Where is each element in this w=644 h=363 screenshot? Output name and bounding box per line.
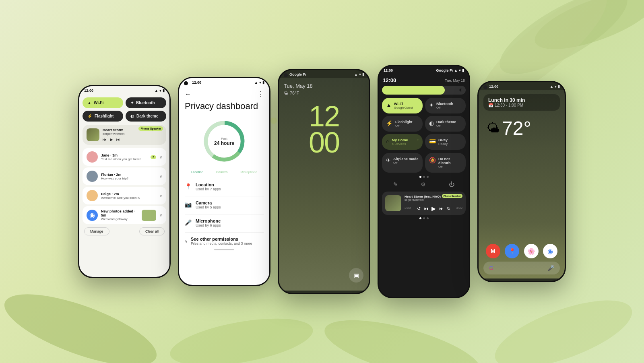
settings-icon[interactable]: ⚙ — [421, 181, 426, 188]
event-time: 📅 12:30 - 1:00 PM — [488, 103, 555, 107]
qs-tile-grid: ▲ Wi-Fi GoogleGuest ✦ Bluetooth Off ⚡ — [382, 98, 466, 150]
next-icon4[interactable]: ⏭ — [439, 206, 444, 211]
battery-icon: ▮ — [262, 80, 264, 85]
qs-home[interactable]: ⌂ My Home 6 Devices › — [382, 134, 423, 150]
phone1-notif-list: Jane · 3m Text me when you get here! 2 ∨… — [83, 148, 166, 224]
phone1-status-bar: 12:00 ▲ ▾ ▮ — [79, 86, 169, 94]
phone3-status-icons: ▲ ▾ ▮ — [354, 72, 364, 76]
phone3-lock-screen: Tue, May 18 🌤 76°F 12 00 ▣ — [279, 78, 369, 291]
tile-dark-label: Dark theme — [136, 114, 158, 118]
notif-paige-chevron[interactable]: ∨ — [159, 194, 162, 198]
qs-top-bar: 12:00 Tue, May 18 — [382, 77, 466, 83]
home-event-card[interactable]: Lunch in 30 min 📅 12:30 - 1:00 PM — [483, 94, 560, 111]
perm-microphone[interactable]: 🎤 Microphone Used by 6 apps — [185, 214, 264, 227]
qs-bottom-tiles: ✈ Airplane mode Off 🔕 Do not disturb Off — [382, 153, 466, 173]
perm-camera[interactable]: 📷 Camera Used by 5 apps — [185, 196, 264, 209]
carrier-icon4: Google Fi — [436, 68, 453, 72]
power-icon[interactable]: ⏻ — [449, 181, 454, 188]
donut-label: Past — [214, 137, 234, 140]
qs-bt-icon: ✦ — [429, 102, 434, 108]
forward-icon[interactable]: ↻ — [447, 206, 450, 211]
qs-wifi[interactable]: ▲ Wi-Fi GoogleGuest — [382, 98, 423, 113]
brightness-slider[interactable]: ☀ — [382, 86, 466, 95]
qs-airplane[interactable]: ✈ Airplane mode Off — [382, 153, 423, 173]
notif-photos-chevron[interactable]: ∨ — [159, 213, 162, 217]
notif-florian[interactable]: Florian · 2m How was your trip? ∨ — [83, 167, 166, 185]
tile-dark-theme[interactable]: ◐ Dark theme — [126, 111, 166, 122]
edit-icon[interactable]: ✎ — [393, 181, 398, 188]
play-icon4[interactable]: ▶ — [431, 205, 436, 212]
notif-photos-content: New photos added · 5m Weekend getaway — [101, 209, 138, 221]
prev-icon[interactable]: ⏮ — [103, 137, 107, 142]
lock-weather: 🌤 76°F — [284, 91, 299, 95]
notif-florian-chevron[interactable]: ∨ — [159, 174, 162, 179]
media-dot-2 — [423, 217, 425, 219]
google-g-logo: G — [489, 265, 493, 271]
lock-time: 12 00 — [309, 103, 339, 156]
gmail-icon: M — [491, 248, 495, 254]
qs-bluetooth[interactable]: ✦ Bluetooth Off — [425, 98, 466, 113]
see-other-permissions[interactable]: ∨ See other permissions Files and media,… — [185, 232, 264, 245]
qs-dnd[interactable]: 🔕 Do not disturb Off — [425, 153, 466, 173]
calendar-icon: 📅 — [488, 103, 493, 107]
home-search-bar[interactable]: G 🎤 — [483, 262, 560, 274]
notif-jane-chevron[interactable]: ∨ — [159, 155, 162, 159]
mic-icon[interactable]: 🎤 — [547, 265, 554, 271]
avatar-florian — [87, 171, 98, 182]
donut-center: Past 24 hours — [214, 137, 234, 146]
phone4-time: 12:00 — [384, 68, 393, 72]
more-button[interactable]: ⋮ — [257, 90, 264, 98]
weather-widget[interactable]: 🌤 72° — [483, 114, 560, 142]
privacy-title: Privacy dashboard — [185, 101, 264, 111]
bluetooth-icon: ✦ — [130, 101, 134, 105]
qs-airplane-name: Airplane mode — [393, 157, 419, 161]
qs-gpay[interactable]: 💳 GPay Ready — [425, 134, 466, 150]
maps-icon: 📍 — [509, 248, 516, 254]
phone-2-privacy: 12:00 ▲ ▾ ▮ ← ⋮ Privacy dashboard — [178, 77, 270, 286]
lock-nav-button[interactable]: ▣ — [349, 268, 363, 283]
tile-wifi[interactable]: ▲ Wi-Fi — [83, 97, 123, 108]
qs-flashlight[interactable]: ⚡ Flashlight Off — [382, 116, 423, 132]
perm-camera-info: Camera Used by 5 apps — [196, 200, 264, 209]
back-button[interactable]: ← — [185, 91, 191, 98]
moon-icon: ◐ — [130, 114, 134, 118]
notif-photos[interactable]: ◉ New photos added · 5m Weekend getaway … — [83, 206, 166, 224]
signal-icon5: ▲ — [550, 85, 553, 89]
play-icon[interactable]: ▶ — [110, 137, 113, 142]
phone1-quick-tiles: ▲ Wi-Fi ✦ Bluetooth ⚡ Flashlight ◐ Dark … — [83, 97, 166, 122]
phone5-time: 12:00 — [489, 85, 498, 89]
perm-location[interactable]: 📍 Location Used by 7 apps — [185, 178, 264, 191]
photos-icon: 🌸 — [527, 248, 535, 255]
tile-bluetooth[interactable]: ✦ Bluetooth — [126, 97, 166, 108]
tile-flashlight[interactable]: ⚡ Flashlight — [83, 111, 123, 122]
phone1-media-card[interactable]: Heart Storm serpentwithfeet ⏮ ▶ ⏭ Phone … — [83, 125, 166, 145]
dot-1 — [419, 176, 421, 178]
qs-date: Tue, May 18 — [445, 78, 465, 82]
app-gmail[interactable]: M — [486, 244, 500, 258]
phone4-time-total: 3:32 — [456, 206, 462, 210]
brightness-icon: ☀ — [458, 87, 462, 93]
phone1-notif-actions: Manage Clear all — [83, 224, 166, 237]
perm-camera-used: Used by 5 apps — [196, 205, 264, 209]
notif-jane-msg: Text me when you get here! — [101, 157, 147, 161]
phone4-media-card[interactable]: Heart Storm (feat. NAO) Phone Speaker se… — [382, 192, 466, 215]
notif-jane[interactable]: Jane · 3m Text me when you get here! 2 ∨ — [83, 148, 166, 166]
event-title: Lunch in 30 min — [488, 97, 555, 103]
qs-dark-theme[interactable]: ◐ Dark theme Off — [425, 116, 466, 132]
donut-value: 24 hours — [214, 140, 234, 146]
manage-button[interactable]: Manage — [84, 227, 109, 235]
notif-paige-msg: Awesome! See you soon :0 — [101, 196, 156, 200]
weather-sun-icon: 🌤 — [284, 91, 288, 95]
clear-all-button[interactable]: Clear all — [139, 227, 165, 235]
phone1-status-icons: ▲ ▾ ▮ — [155, 89, 165, 93]
app-maps[interactable]: 📍 — [505, 244, 519, 258]
prev-icon4[interactable]: ⏮ — [424, 206, 428, 211]
qs-flash-info: Flashlight Off — [395, 120, 413, 128]
next-icon[interactable]: ⏭ — [116, 137, 120, 142]
app-photos[interactable]: 🌸 — [524, 244, 539, 258]
notif-paige[interactable]: Paige · 2m Awesome! See you soon :0 ∨ — [83, 187, 166, 204]
app-chrome[interactable]: ◉ — [543, 244, 557, 258]
replay-icon[interactable]: ↺ — [417, 206, 421, 211]
chrome-icon: ◉ — [547, 248, 553, 255]
wifi-icon: ▲ — [87, 101, 91, 105]
